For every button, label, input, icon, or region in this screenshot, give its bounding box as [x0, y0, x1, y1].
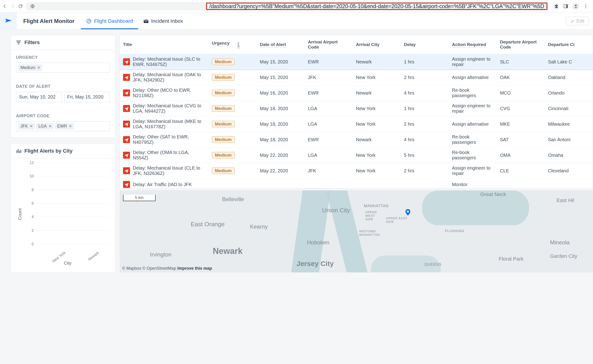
- table-row[interactable]: Delay: Mechanical Issue (CVG to LGA, N94…: [120, 101, 593, 116]
- edit-button[interactable]: Edit: [566, 17, 589, 25]
- filters-header: Filters: [11, 35, 115, 50]
- row-title: Delay: Mechanical Issue (OAK to JFK, N34…: [133, 72, 205, 83]
- map[interactable]: LivingstonBellevilleUnion CityMANHATTANU…: [120, 190, 593, 273]
- row-delay: 1 hrs: [401, 101, 449, 116]
- filter-urgency: URGENCY Medium✕: [11, 50, 115, 79]
- row-arr-city: Newark: [353, 54, 400, 70]
- row-delay: [401, 179, 449, 188]
- table-header-row: Title UrgencyZA Date of Alert Arrival Ai…: [120, 35, 593, 54]
- plane-icon: [123, 181, 130, 188]
- table-row[interactable]: Delay: Air Traffic (IAD to JFKMonitor: [120, 179, 593, 188]
- urgency-badge: Medium: [212, 121, 235, 127]
- chart-body: Count 024681012 New YorkNewark City: [11, 158, 115, 272]
- map-marker[interactable]: [405, 209, 410, 215]
- airport-tag-input[interactable]: JFK✕ LGA✕ EWR✕: [16, 121, 110, 131]
- close-icon[interactable]: ✕: [37, 65, 40, 70]
- map-city-label: MIDTOWN MANHATTAN: [359, 229, 380, 236]
- row-action: Assign alternative: [449, 116, 496, 132]
- filter-icon: [16, 40, 21, 45]
- reload-icon[interactable]: [18, 3, 23, 9]
- chart-title: Flight Alerts by City: [24, 148, 73, 154]
- ytick-label: 4: [32, 215, 34, 219]
- map-city-label: Hoboken: [307, 239, 329, 246]
- chart-xlabel: City: [24, 261, 111, 266]
- col-dep-city[interactable]: Departure Ci: [545, 35, 593, 54]
- map-city-label: Mineola: [550, 239, 570, 246]
- row-date: May 15, 2020: [257, 54, 305, 70]
- row-dep-city: Salt Lake C: [545, 54, 593, 70]
- row-date: May 15, 2020: [257, 70, 305, 85]
- forward-icon[interactable]: [10, 3, 15, 9]
- row-arr-code: EWR: [305, 54, 353, 70]
- tab-flight-dashboard[interactable]: Flight Dashboard: [81, 13, 138, 29]
- plane-icon: [123, 136, 130, 143]
- row-action: Assign alternative: [449, 70, 496, 85]
- tag-ewr[interactable]: EWR✕: [55, 123, 74, 130]
- urgency-tag-input[interactable]: Medium✕: [16, 63, 110, 73]
- tag-jfk[interactable]: JFK✕: [18, 123, 35, 130]
- row-action: Re-book passengers: [449, 132, 496, 148]
- table-row[interactable]: Delay: Other (MCO to EWR, N21198Z)Medium…: [120, 85, 593, 101]
- start-date-input[interactable]: Sun, May 10, 202: [16, 92, 62, 102]
- table-row[interactable]: Delay: Other (OMA to LGA, N554Z)MediumMa…: [120, 148, 593, 163]
- profile-icon[interactable]: [573, 3, 579, 10]
- nav-tabs: Flight Dashboard Incident Inbox: [81, 13, 188, 29]
- row-title: Delay: Mechanical Issue (CLE to JFK, N32…: [133, 165, 205, 176]
- end-date-input[interactable]: Fri, May 15, 2020: [64, 92, 110, 102]
- col-delay[interactable]: Delay: [401, 35, 449, 54]
- sort-icon[interactable]: ZA: [237, 43, 240, 49]
- chart-ylabel: Count: [17, 162, 23, 266]
- row-delay: 2 hrs: [401, 116, 449, 132]
- map-city-label: QUEENS: [424, 262, 442, 267]
- row-action: Assign engineer to repair: [449, 101, 496, 116]
- row-dep-code: SAT: [497, 132, 545, 148]
- filter-airport-label: AIRPORT CODE: [16, 114, 110, 118]
- tab-incident-inbox[interactable]: Incident Inbox: [138, 13, 188, 29]
- row-dep-city: Cincinnati: [545, 101, 593, 116]
- row-delay: 4 hrs: [401, 85, 449, 101]
- tag-lga[interactable]: LGA✕: [36, 123, 53, 130]
- url-bar[interactable]: /dashboard?urgency=%5B"Medium"%5D&start-…: [26, 2, 549, 10]
- row-date: May 18, 2020: [257, 116, 305, 132]
- col-urgency[interactable]: UrgencyZA: [209, 35, 257, 54]
- map-city-label: Union City: [322, 207, 350, 214]
- browser-toolbar: /dashboard?urgency=%5B"Medium"%5D&start-…: [0, 0, 593, 13]
- row-delay: 5 hrs: [401, 148, 449, 163]
- panel-icon[interactable]: [563, 4, 568, 9]
- row-date: May 22, 2020: [257, 163, 305, 179]
- map-city-label: FLUSHING: [445, 229, 464, 233]
- close-icon[interactable]: ✕: [49, 124, 52, 129]
- col-arr-city[interactable]: Arrival City: [353, 35, 400, 54]
- table-row[interactable]: Delay: Mechanical Issue (MKE to LGA, N16…: [120, 116, 593, 132]
- svg-point-8: [407, 210, 409, 213]
- plane-icon: [123, 74, 130, 81]
- col-title[interactable]: Title: [120, 35, 209, 54]
- close-icon[interactable]: ✕: [30, 124, 33, 129]
- app-logo[interactable]: [0, 13, 17, 29]
- row-arr-city: [353, 179, 400, 188]
- close-icon[interactable]: ✕: [69, 124, 72, 129]
- col-action[interactable]: Action Required: [449, 35, 496, 54]
- row-delay: 2 hrs: [401, 163, 449, 179]
- row-dep-city: Orlando: [545, 85, 593, 101]
- table-row[interactable]: Delay: Other (SAT to EWR, N40795Z)Medium…: [120, 132, 593, 148]
- col-dep-code[interactable]: Departure Airport Code: [497, 35, 545, 54]
- table-row[interactable]: Delay: Mechanical Issue (CLE to JFK, N32…: [120, 163, 593, 179]
- table-row[interactable]: Delay: Mechanical Issue (OAK to JFK, N34…: [120, 70, 593, 85]
- tag-medium[interactable]: Medium✕: [18, 64, 42, 71]
- extensions-icon[interactable]: [554, 4, 559, 9]
- col-arr-code[interactable]: Arrival Airport Code: [305, 35, 353, 54]
- urgency-badge: Medium: [212, 74, 235, 81]
- ytick-label: 0: [32, 242, 34, 246]
- back-icon[interactable]: [2, 3, 7, 9]
- row-dep-code: CVG: [497, 101, 545, 116]
- col-date[interactable]: Date of Alert: [257, 35, 305, 54]
- ytick-label: 8: [32, 188, 34, 192]
- row-dep-code: MKE: [497, 116, 545, 132]
- table-row[interactable]: Delay: Mechanical Issue (SLC to EWR, N34…: [120, 54, 593, 70]
- row-delay: 1 hrs: [401, 54, 449, 70]
- row-title: Delay: Other (OMA to LGA, N554Z): [133, 150, 205, 161]
- row-dep-city: Milwaukee: [545, 116, 593, 132]
- row-action: Assign engineer to repair: [449, 54, 496, 70]
- kebab-icon[interactable]: [583, 4, 588, 9]
